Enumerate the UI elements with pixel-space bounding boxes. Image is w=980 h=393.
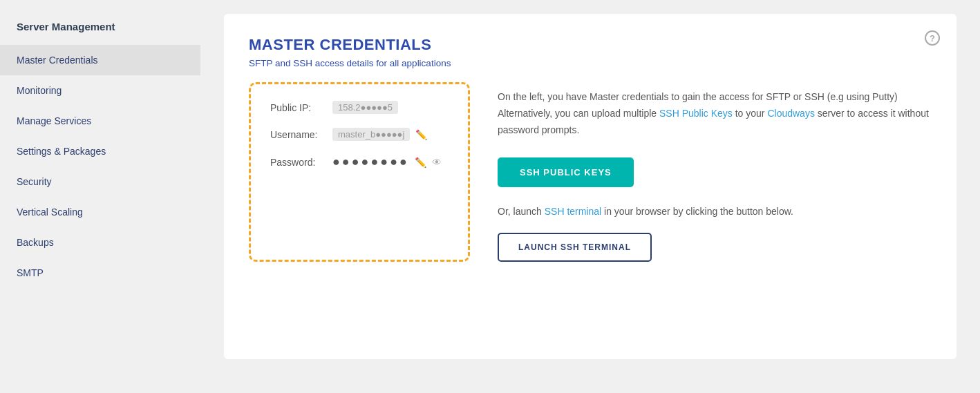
sidebar-item-backups[interactable]: Backups	[0, 227, 200, 258]
username-edit-icon[interactable]: ✏️	[415, 129, 427, 140]
card: ? MASTER CREDENTIALS SFTP and SSH access…	[224, 14, 957, 359]
username-label: Username:	[270, 129, 332, 140]
help-icon[interactable]: ?	[925, 30, 940, 46]
info-link-cloudways[interactable]: Cloudways	[767, 108, 814, 119]
launch-ssh-terminal-button[interactable]: LAUNCH SSH TERMINAL	[498, 233, 652, 262]
public-ip-value: 158.2●●●●●5	[332, 101, 398, 114]
sidebar-title: Server Management	[0, 14, 200, 45]
card-body: Public IP: 158.2●●●●●5 Username: master_…	[249, 82, 932, 262]
sidebar-item-monitoring[interactable]: Monitoring	[0, 75, 200, 106]
info-text: On the left, you have Master credentials…	[498, 89, 932, 138]
username-value: master_b●●●●●j ✏️	[332, 128, 427, 141]
card-subtitle: SFTP and SSH access details for all appl…	[249, 58, 932, 68]
launch-text: Or, launch SSH terminal in your browser …	[498, 204, 932, 220]
password-edit-icon[interactable]: ✏️	[415, 157, 426, 168]
main-content: ? MASTER CREDENTIALS SFTP and SSH access…	[200, 0, 980, 393]
sidebar-item-settings-packages[interactable]: Settings & Packages	[0, 136, 200, 166]
public-ip-row: Public IP: 158.2●●●●●5	[270, 101, 449, 114]
sidebar-item-security[interactable]: Security	[0, 166, 200, 197]
ssh-terminal-link[interactable]: SSH terminal	[545, 206, 601, 217]
password-value: ●●●●●●●● ✏️ 👁	[332, 155, 442, 169]
sidebar-item-manage-services[interactable]: Manage Services	[0, 106, 200, 136]
subtitle-link[interactable]: all applications	[390, 58, 451, 68]
info-link-ssh-keys[interactable]: SSH Public Keys	[659, 108, 733, 119]
public-ip-label: Public IP:	[270, 102, 332, 113]
username-row: Username: master_b●●●●●j ✏️	[270, 128, 449, 141]
sidebar-item-master-credentials[interactable]: Master Credentials	[0, 45, 200, 75]
sidebar-item-smtp[interactable]: SMTP	[0, 258, 200, 288]
sidebar: Server Management Master Credentials Mon…	[0, 0, 200, 393]
credentials-box: Public IP: 158.2●●●●●5 Username: master_…	[249, 82, 470, 262]
password-show-icon[interactable]: 👁	[432, 157, 442, 168]
sidebar-item-vertical-scaling[interactable]: Vertical Scaling	[0, 197, 200, 227]
card-header: MASTER CREDENTIALS SFTP and SSH access d…	[249, 36, 932, 68]
password-row: Password: ●●●●●●●● ✏️ 👁	[270, 155, 449, 169]
ssh-public-keys-button[interactable]: SSH PUBLIC KEYS	[498, 157, 634, 187]
info-panel: On the left, you have Master credentials…	[498, 82, 932, 262]
password-label: Password:	[270, 157, 332, 168]
card-title: MASTER CREDENTIALS	[249, 36, 932, 54]
